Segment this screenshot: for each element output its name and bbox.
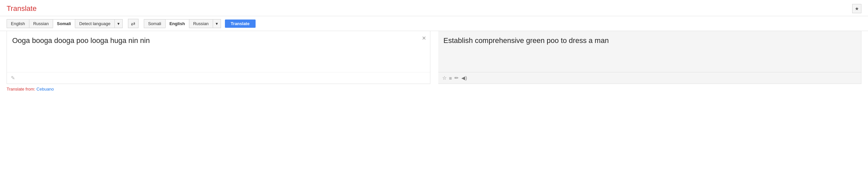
source-language-tabs: English Russian Somali Detect language ▾: [7, 19, 123, 28]
translation-footer: ☆ ≡ ✏ ◀): [438, 72, 861, 84]
clear-button[interactable]: ✕: [422, 35, 426, 41]
speak-translation-button[interactable]: ◀): [461, 75, 467, 81]
detected-language-link[interactable]: Cebuano: [37, 87, 54, 91]
source-lang-english[interactable]: English: [7, 19, 29, 28]
target-lang-english[interactable]: English: [165, 19, 189, 28]
translated-text: Establish comprehensive green poo to dre…: [443, 36, 609, 45]
main-content: Ooga booga dooga poo looga huga nin nin …: [0, 31, 868, 84]
swap-languages-button[interactable]: ⇄: [128, 19, 138, 28]
source-text: Ooga booga dooga poo looga huga nin nin: [12, 36, 150, 45]
translate-button[interactable]: Translate: [225, 20, 256, 28]
source-lang-detect[interactable]: Detect language: [75, 19, 115, 28]
panel-divider: [430, 31, 438, 84]
target-lang-russian[interactable]: Russian: [189, 19, 213, 28]
toolbar: English Russian Somali Detect language ▾…: [0, 16, 868, 31]
target-lang-dropdown[interactable]: ▾: [213, 19, 221, 28]
source-lang-russian[interactable]: Russian: [29, 19, 53, 28]
list-translations-button[interactable]: ≡: [449, 75, 452, 81]
source-lang-somali[interactable]: Somali: [53, 19, 75, 28]
star-translation-button[interactable]: ☆: [442, 75, 446, 81]
source-lang-dropdown[interactable]: ▾: [115, 19, 123, 28]
translate-from-footer: Translate from: Cebuano: [0, 84, 868, 94]
source-panel: Ooga booga dooga poo looga huga nin nin …: [7, 31, 430, 84]
edit-translation-button[interactable]: ✏: [455, 75, 459, 81]
pencil-icon: ✎: [11, 75, 15, 81]
source-text-area[interactable]: Ooga booga dooga poo looga huga nin nin …: [7, 31, 430, 72]
source-footer: ✎: [7, 72, 430, 84]
translate-from-prefix: Translate from:: [7, 87, 35, 91]
target-language-tabs: Somali English Russian ▾: [144, 19, 221, 28]
target-lang-somali[interactable]: Somali: [144, 19, 165, 28]
translation-text: Establish comprehensive green poo to dre…: [438, 31, 861, 72]
header-star-button[interactable]: ★: [852, 4, 861, 13]
translation-panel: Establish comprehensive green poo to dre…: [438, 31, 862, 84]
header: Translate ★: [0, 0, 868, 16]
app-title: Translate: [7, 4, 37, 13]
